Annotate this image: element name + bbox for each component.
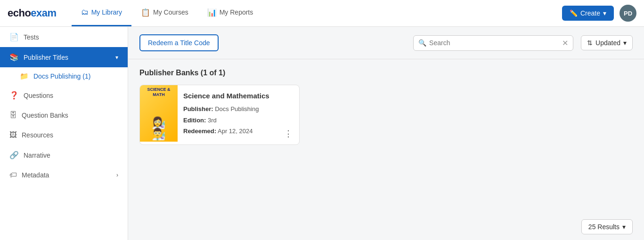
tests-icon: 📄	[9, 32, 19, 41]
book-more-button[interactable]: ⋮	[282, 128, 294, 140]
section-title: Publisher Banks (1 of 1)	[139, 69, 633, 77]
sidebar-item-questions[interactable]: ❓ Questions	[0, 85, 128, 105]
content-area: Publisher Banks (1 of 1) SCIENCE &MATH 👩…	[128, 59, 644, 216]
tab-my-library[interactable]: 🗂 My Library	[72, 0, 131, 26]
sidebar-item-publisher-titles[interactable]: 📚 Publisher Titles ▾	[0, 47, 128, 67]
metadata-icon: 🏷	[9, 171, 17, 179]
chevron-down-icon: ▾	[622, 223, 626, 231]
questions-icon: ❓	[9, 91, 19, 100]
search-icon: 🔍	[418, 39, 426, 47]
sort-button[interactable]: ⇅ Updated ▾	[581, 35, 633, 50]
reports-icon: 📊	[207, 8, 217, 17]
narrative-icon: 🔗	[9, 151, 19, 160]
app-body: 📄 Tests 📚 Publisher Titles ▾ 📁 Docs Publ…	[0, 27, 644, 240]
book-cover: SCIENCE &MATH 👩‍🔬👨‍🔬	[140, 85, 178, 142]
resources-icon: 🖼	[9, 131, 17, 139]
chevron-down-icon: ▾	[603, 9, 606, 17]
toolbar: Redeem a Title Code 🔍 ✕ ⇅ Updated ▾	[128, 27, 644, 59]
sidebar-item-tests[interactable]: 📄 Tests	[0, 27, 128, 47]
chevron-right-icon: ›	[116, 172, 118, 178]
header-actions: ✏️ Create ▾ PD	[562, 5, 636, 22]
book-title: Science and Mathematics	[183, 92, 293, 100]
create-icon: ✏️	[570, 9, 578, 17]
redeem-button[interactable]: Redeem a Title Code	[139, 34, 219, 51]
sort-icon: ⇅	[587, 39, 593, 47]
courses-icon: 📋	[141, 8, 150, 17]
sidebar-item-metadata[interactable]: 🏷 Metadata ›	[0, 165, 128, 185]
book-publisher: Publisher: Docs Publishing	[183, 104, 293, 114]
book-card: SCIENCE &MATH 👩‍🔬👨‍🔬 Science and Mathema…	[139, 85, 300, 145]
avatar[interactable]: PD	[620, 5, 636, 22]
clear-icon[interactable]: ✕	[562, 39, 568, 48]
library-icon: 🗂	[81, 8, 89, 16]
publisher-titles-icon: 📚	[9, 53, 19, 62]
chevron-down-icon: ▾	[623, 39, 627, 47]
app-header: echoexam 🗂 My Library 📋 My Courses 📊 My …	[0, 0, 644, 27]
sidebar: 📄 Tests 📚 Publisher Titles ▾ 📁 Docs Publ…	[0, 27, 128, 240]
create-button[interactable]: ✏️ Create ▾	[562, 6, 614, 21]
tab-my-courses[interactable]: 📋 My Courses	[131, 0, 198, 26]
results-button[interactable]: 25 Results ▾	[581, 219, 633, 234]
sidebar-item-question-banks[interactable]: 🗄 Question Banks	[0, 105, 128, 125]
app-logo: echoexam	[8, 7, 57, 19]
main-nav: 🗂 My Library 📋 My Courses 📊 My Reports	[72, 0, 263, 26]
tab-my-reports[interactable]: 📊 My Reports	[198, 0, 263, 26]
search-bar: 🔍 ✕	[413, 35, 573, 51]
main-content: Redeem a Title Code 🔍 ✕ ⇅ Updated ▾ Publ…	[128, 27, 644, 240]
book-cover-title: SCIENCE &MATH	[147, 87, 170, 97]
search-input[interactable]	[429, 39, 559, 47]
book-redeemed: Redeemed: Apr 12, 2024	[183, 127, 293, 136]
sidebar-item-resources[interactable]: 🖼 Resources	[0, 125, 128, 145]
book-info: Science and Mathematics Publisher: Docs …	[178, 85, 299, 144]
sidebar-item-narrative[interactable]: 🔗 Narrative	[0, 145, 128, 165]
book-edition: Edition: 3rd	[183, 116, 293, 125]
question-banks-icon: 🗄	[9, 111, 17, 120]
results-footer: 25 Results ▾	[128, 216, 644, 240]
sidebar-sub-item-docs-publishing[interactable]: 📁 Docs Publishing (1)	[0, 67, 128, 85]
book-cover-art: SCIENCE &MATH 👩‍🔬👨‍🔬	[140, 85, 178, 142]
chevron-down-icon: ▾	[115, 54, 118, 61]
folder-icon: 📁	[20, 72, 29, 80]
book-cover-figures: 👩‍🔬👨‍🔬	[152, 117, 166, 140]
